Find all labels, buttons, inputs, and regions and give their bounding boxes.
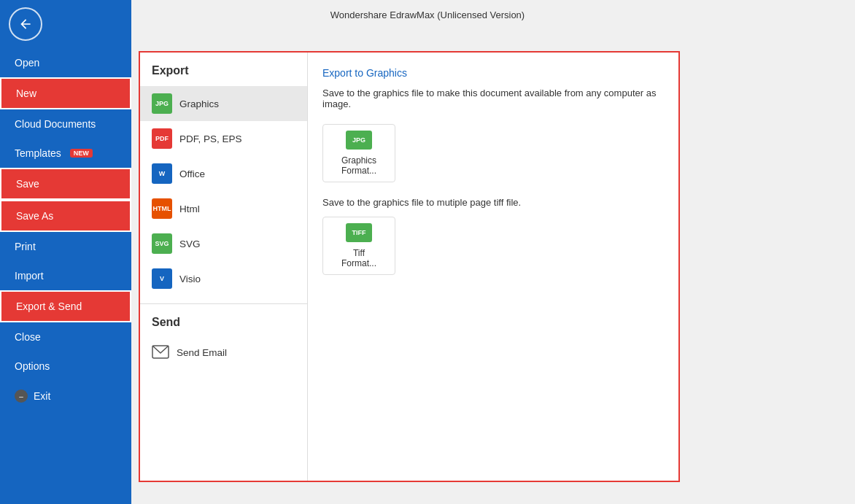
app-title: Wondershare EdrawMax (Unlicensed Version… — [330, 9, 525, 20]
sidebar-open-label: Open — [15, 57, 39, 69]
exit-icon: – — [15, 389, 28, 403]
export-item-svg[interactable]: SVG SVG — [140, 226, 307, 261]
pdf-label: PDF, PS, EPS — [179, 133, 242, 144]
sidebar-item-options[interactable]: Options — [0, 352, 131, 381]
export-detail: Export to Graphics Save to the graphics … — [308, 53, 678, 481]
sidebar-export-label: Export & Send — [16, 301, 82, 312]
export-detail-desc: Save to the graphics file to make this d… — [322, 88, 664, 109]
sidebar-exit-label: Exit — [34, 390, 50, 402]
svg-icon: SVG — [152, 233, 172, 254]
sidebar-save-label: Save — [16, 178, 39, 190]
new-badge: NEW — [70, 149, 93, 158]
graphics-format-label: GraphicsFormat... — [341, 155, 376, 176]
visio-icon: V — [152, 268, 172, 289]
sidebar-item-new[interactable]: New — [0, 77, 131, 109]
sidebar-item-save[interactable]: Save — [0, 168, 131, 200]
sidebar-item-open[interactable]: Open — [0, 48, 131, 77]
sidebar-cloud-label: Cloud Documents — [15, 118, 96, 130]
sidebar-item-import[interactable]: Import — [0, 261, 131, 290]
office-label: Office — [179, 168, 205, 179]
export-item-visio[interactable]: V Visio — [140, 261, 307, 296]
back-button[interactable] — [9, 7, 42, 41]
sidebar-item-exit[interactable]: – Exit — [0, 381, 131, 411]
tiff-format-card[interactable]: TIFF TiffFormat... — [322, 217, 395, 275]
visio-label: Visio — [179, 274, 201, 284]
html-icon: HTML — [152, 198, 172, 219]
graphics-format-icon: JPG — [346, 131, 372, 150]
export-detail-title: Export to Graphics — [322, 67, 664, 79]
sidebar-item-print[interactable]: Print — [0, 232, 131, 261]
sidebar-item-save-as[interactable]: Save As — [0, 200, 131, 232]
export-panel: Export JPG Graphics PDF PDF, PS, EPS W O… — [139, 51, 680, 482]
tiff-desc: Save to the graphics file to mutiple pag… — [322, 197, 664, 208]
html-label: Html — [179, 203, 200, 214]
export-section-title: Export — [140, 53, 307, 86]
export-item-office[interactable]: W Office — [140, 156, 307, 191]
send-section-title: Send — [140, 303, 307, 338]
tiff-format-label: TiffFormat... — [341, 248, 376, 268]
sidebar-close-label: Close — [15, 331, 41, 343]
export-item-html[interactable]: HTML Html — [140, 191, 307, 226]
sidebar-print-label: Print — [15, 241, 36, 252]
send-email-label: Send Email — [177, 347, 227, 358]
sidebar: Open New Cloud Documents Templates NEW S… — [0, 0, 131, 504]
sidebar-item-templates[interactable]: Templates NEW — [0, 139, 131, 168]
export-item-pdf[interactable]: PDF PDF, PS, EPS — [140, 121, 307, 156]
export-item-graphics[interactable]: JPG Graphics — [140, 86, 307, 121]
sidebar-new-label: New — [16, 88, 36, 99]
send-email-item[interactable]: Send Email — [140, 338, 307, 367]
export-list: Export JPG Graphics PDF PDF, PS, EPS W O… — [140, 53, 308, 481]
email-icon — [152, 345, 169, 360]
sidebar-item-cloud[interactable]: Cloud Documents — [0, 109, 131, 139]
sidebar-import-label: Import — [15, 270, 44, 282]
sidebar-save-as-label: Save As — [16, 210, 53, 222]
pdf-icon: PDF — [152, 128, 172, 149]
main-content: Export JPG Graphics PDF PDF, PS, EPS W O… — [131, 29, 855, 504]
office-icon: W — [152, 163, 172, 184]
sidebar-item-close[interactable]: Close — [0, 322, 131, 352]
sidebar-item-export-send[interactable]: Export & Send — [0, 290, 131, 322]
sidebar-options-label: Options — [15, 360, 50, 372]
graphics-format-card[interactable]: JPG GraphicsFormat... — [322, 124, 395, 182]
tiff-format-icon: TIFF — [346, 223, 372, 242]
sidebar-templates-label: Templates — [15, 147, 61, 159]
graphics-icon: JPG — [152, 93, 172, 114]
graphics-label: Graphics — [179, 98, 219, 109]
svg-label: SVG — [179, 239, 201, 249]
